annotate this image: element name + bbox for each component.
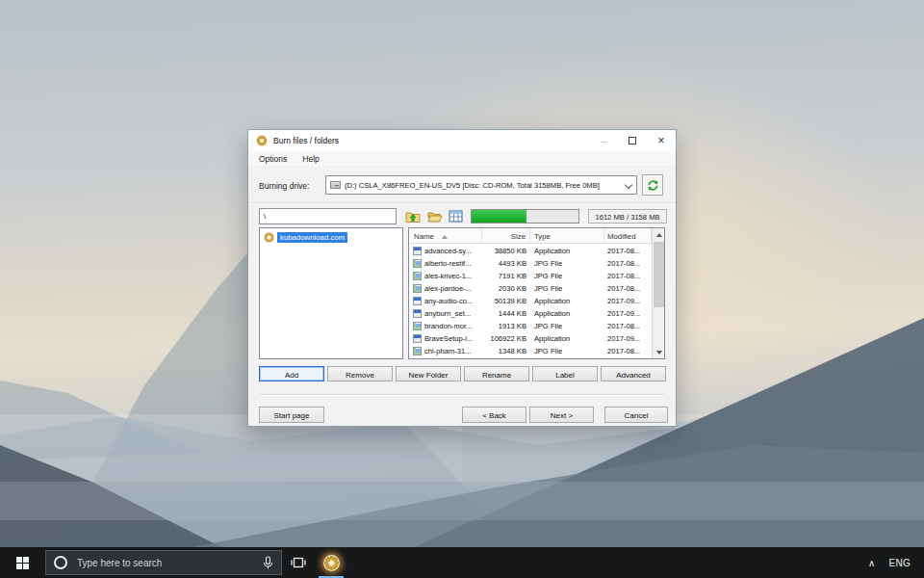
- file-size: 7191 KB: [482, 272, 526, 280]
- cancel-button[interactable]: Cancel: [604, 407, 668, 423]
- burning-drive-label: Burning drive:: [259, 181, 309, 191]
- advanced-button[interactable]: Advanced: [601, 366, 666, 381]
- file-name: any-audio-co...: [424, 297, 482, 305]
- refresh-drives-button[interactable]: [642, 174, 663, 196]
- column-header-type[interactable]: Type: [530, 228, 604, 244]
- close-button[interactable]: ×: [647, 130, 676, 151]
- file-type: Application: [534, 247, 602, 255]
- arrow-up-icon: [656, 233, 662, 237]
- table-row[interactable]: brandon-mor... 1913 KB JPG File 2017-08.…: [409, 320, 652, 332]
- minimize-button[interactable]: –: [589, 130, 618, 151]
- file-modified: 2017-09...: [607, 334, 651, 343]
- column-header-name[interactable]: Name: [409, 228, 482, 244]
- vertical-scrollbar[interactable]: [652, 228, 664, 358]
- table-row[interactable]: chi-pham-31... 1348 KB JPG File 2017-08.…: [409, 345, 652, 357]
- jpg-file-icon: [413, 322, 422, 330]
- menu-options[interactable]: Options: [259, 154, 287, 164]
- file-name: anyburn_set...: [424, 309, 482, 318]
- maximize-icon: [629, 137, 636, 144]
- minimize-icon: –: [601, 136, 606, 146]
- file-type: JPG File: [534, 259, 602, 268]
- windows-logo-icon: [16, 557, 29, 569]
- path-input[interactable]: \: [259, 208, 397, 224]
- file-name: BraveSetup-i...: [424, 334, 482, 343]
- add-button[interactable]: Add: [259, 366, 324, 381]
- application-file-icon: [413, 297, 422, 305]
- file-modified: 2017-08...: [607, 272, 651, 280]
- application-file-icon: [413, 247, 422, 255]
- arrow-down-icon: [656, 351, 662, 355]
- tree-root-label: kubadownload.com: [277, 232, 347, 243]
- separator: [259, 394, 665, 396]
- scroll-up-button[interactable]: [653, 228, 665, 241]
- file-name: ales-krivec-1...: [424, 272, 482, 280]
- anyburn-taskbar-button[interactable]: [315, 547, 347, 578]
- scrollbar-thumb[interactable]: [654, 242, 664, 307]
- menu-bar: Options Help: [248, 151, 676, 168]
- tree-root-item[interactable]: kubadownload.com: [264, 232, 347, 243]
- cortana-icon: [54, 556, 67, 569]
- new-folder-button[interactable]: New Folder: [396, 366, 461, 381]
- menu-help[interactable]: Help: [302, 154, 319, 164]
- table-row[interactable]: any-audio-co... 50139 KB Application 201…: [409, 295, 652, 307]
- jpg-file-icon: [413, 259, 422, 268]
- table-row[interactable]: anyburn_set... 1444 KB Application 2017-…: [409, 307, 652, 320]
- file-type: Application: [534, 297, 602, 305]
- burning-drive-select[interactable]: (D:) CSLA_X86FREO_EN-US_DV5 [Disc: CD-RO…: [325, 175, 637, 195]
- search-placeholder: Type here to search: [77, 558, 263, 568]
- file-size: 1913 KB: [482, 322, 526, 330]
- start-page-button[interactable]: Start page: [259, 407, 324, 423]
- file-name: alberto-restif...: [424, 259, 482, 268]
- sort-ascending-icon: [442, 235, 448, 239]
- table-row[interactable]: advanced-sy... 38850 KB Application 2017…: [409, 245, 652, 257]
- progress-fill: [472, 210, 526, 223]
- file-list-panel: Name Size Type Modified advanced-sy... 3…: [408, 227, 665, 359]
- details-view-icon: [449, 210, 463, 223]
- language-indicator[interactable]: ENG: [888, 558, 911, 568]
- file-rows: advanced-sy... 38850 KB Application 2017…: [409, 245, 652, 357]
- microphone-icon[interactable]: [263, 556, 273, 570]
- start-button[interactable]: [0, 547, 44, 578]
- label-button[interactable]: Label: [532, 366, 598, 381]
- file-size: 38850 KB: [482, 247, 526, 255]
- file-type: Application: [534, 309, 602, 318]
- task-view-button[interactable]: [282, 547, 315, 578]
- table-row[interactable]: BraveSetup-i... 106922 KB Application 20…: [409, 332, 652, 345]
- open-folder-icon: [427, 209, 443, 223]
- title-bar[interactable]: Burn files / folders – ×: [248, 130, 676, 151]
- file-size: 50139 KB: [482, 297, 526, 305]
- file-modified: 2017-08...: [607, 284, 651, 293]
- disc-usage-progressbar: [471, 209, 579, 223]
- rename-button[interactable]: Rename: [464, 366, 529, 381]
- file-name: brandon-mor...: [424, 322, 482, 330]
- file-modified: 2017-08...: [607, 347, 651, 355]
- details-view-button[interactable]: [448, 208, 464, 224]
- file-type: JPG File: [534, 284, 602, 293]
- task-view-icon: [291, 556, 306, 569]
- anyburn-app-icon: [323, 555, 340, 571]
- scroll-down-button[interactable]: [653, 346, 665, 358]
- separator: [248, 202, 676, 204]
- tray-chevron-icon[interactable]: ∧: [868, 558, 875, 568]
- maximize-button[interactable]: [618, 130, 647, 151]
- open-folder-button[interactable]: [426, 208, 443, 224]
- taskbar-search[interactable]: Type here to search: [45, 550, 282, 575]
- back-button[interactable]: < Back: [462, 407, 526, 423]
- table-row[interactable]: alberto-restif... 4493 KB JPG File 2017-…: [409, 257, 652, 270]
- table-row[interactable]: alex-pardoe-... 2030 KB JPG File 2017-08…: [409, 282, 652, 295]
- table-row[interactable]: ales-krivec-1... 7191 KB JPG File 2017-0…: [409, 270, 652, 282]
- capacity-readout: 1612 MB / 3158 MB: [588, 209, 667, 223]
- file-modified: 2017-09...: [607, 309, 651, 318]
- disc-icon: [264, 232, 274, 243]
- file-modified: 2017-09...: [607, 297, 651, 305]
- file-size: 4493 KB: [482, 259, 526, 268]
- next-button[interactable]: Next >: [529, 407, 594, 423]
- column-header-size[interactable]: Size: [482, 228, 530, 244]
- compilation-tree-panel: kubadownload.com: [259, 227, 403, 359]
- burning-drive-value: (D:) CSLA_X86FREO_EN-US_DV5 [Disc: CD-RO…: [345, 181, 623, 190]
- application-file-icon: [413, 334, 422, 343]
- remove-button[interactable]: Remove: [327, 366, 393, 381]
- column-header-modified[interactable]: Modified: [604, 228, 652, 244]
- chevron-down-icon: [625, 181, 632, 189]
- folder-up-button[interactable]: [404, 208, 421, 224]
